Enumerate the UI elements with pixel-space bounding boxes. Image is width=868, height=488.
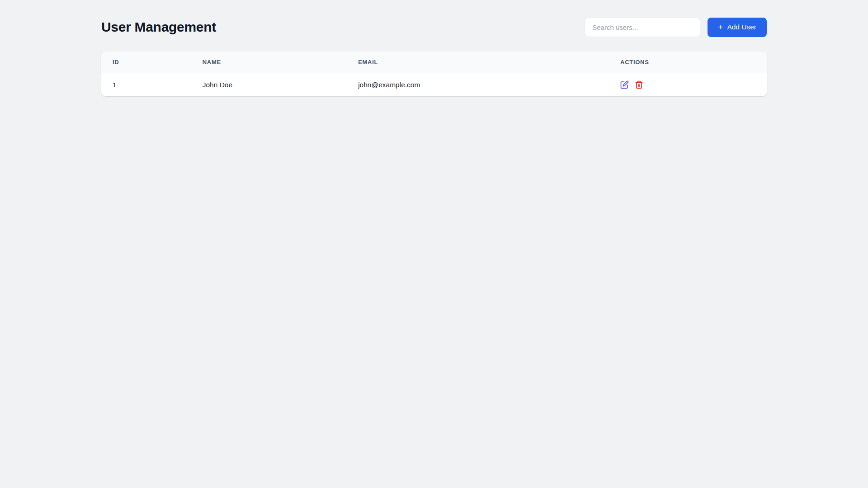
add-user-button[interactable]: + Add User [708, 18, 767, 37]
edit-icon [620, 80, 629, 89]
cell-user-name: John Doe [191, 73, 347, 97]
cell-user-id: 1 [101, 73, 191, 97]
trash-icon [635, 80, 643, 89]
page-container: User Management + Add User ID NAME EMAIL… [101, 0, 767, 96]
page-title: User Management [101, 19, 216, 35]
plus-icon: + [718, 23, 723, 31]
topbar: User Management + Add User [101, 17, 767, 37]
users-table-card: ID NAME EMAIL ACTIONS 1 John Doe john@ex… [101, 52, 767, 96]
search-input[interactable] [585, 18, 700, 37]
cell-user-email: john@example.com [347, 73, 609, 97]
edit-user-button[interactable] [620, 80, 629, 89]
column-header-email: EMAIL [347, 52, 609, 73]
table-row: 1 John Doe john@example.com [101, 73, 767, 97]
delete-user-button[interactable] [635, 80, 643, 89]
row-actions [620, 80, 755, 89]
table-header-row: ID NAME EMAIL ACTIONS [101, 52, 767, 73]
column-header-actions: ACTIONS [609, 52, 767, 73]
topbar-actions: + Add User [585, 18, 767, 37]
column-header-id: ID [101, 52, 191, 73]
users-table: ID NAME EMAIL ACTIONS 1 John Doe john@ex… [101, 52, 767, 96]
add-user-button-label: Add User [727, 23, 756, 31]
column-header-name: NAME [191, 52, 347, 73]
